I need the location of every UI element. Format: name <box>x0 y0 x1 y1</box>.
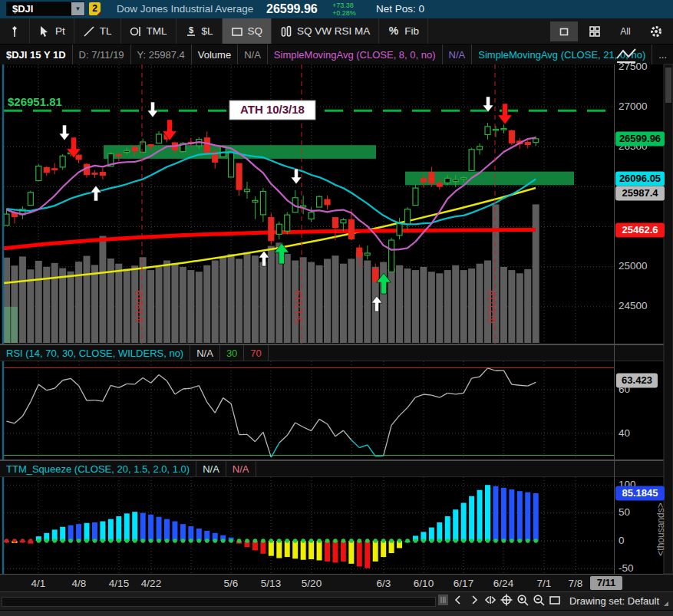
expiration-date-label: 6/21/19 <box>486 290 497 323</box>
candle <box>469 150 474 171</box>
date-tick-label: 5/13 <box>261 578 281 589</box>
price-tick-label: 24500 <box>619 300 648 311</box>
candle <box>36 166 41 181</box>
squeeze-off-dot <box>510 539 514 543</box>
squeeze-off-dot <box>253 539 258 543</box>
squeeze-off-dot <box>101 539 105 543</box>
candle <box>501 128 506 130</box>
squeeze-off-dot <box>84 539 89 543</box>
squeeze-off-dot <box>381 539 386 543</box>
squeeze-off-dot <box>502 539 506 543</box>
candle <box>389 240 394 272</box>
squeeze-off-dot <box>133 539 137 543</box>
squeeze-off-dot <box>533 539 538 543</box>
squeeze-off-dot <box>309 539 314 543</box>
candle <box>204 138 209 153</box>
candle <box>453 180 458 182</box>
candle <box>269 218 274 241</box>
volume-highlight-drawing[interactable] <box>4 307 18 343</box>
squeeze-off-dot <box>165 539 170 543</box>
candle <box>52 169 58 170</box>
squeeze-off-dot <box>149 539 153 543</box>
candle <box>477 147 483 150</box>
down-arrow-drawing[interactable] <box>59 125 70 140</box>
squeeze-off-dot <box>77 539 81 543</box>
candle <box>357 248 362 256</box>
rsi-value-badge-text: 63.423 <box>622 374 652 386</box>
candle <box>92 173 97 175</box>
squeeze-off-dot <box>389 539 394 543</box>
squeeze-off-dot <box>117 539 121 543</box>
candle <box>44 167 49 172</box>
candle <box>308 212 314 219</box>
candle <box>100 173 105 176</box>
squeeze-off-dot <box>317 539 322 543</box>
candle <box>285 215 290 231</box>
candle <box>421 179 426 182</box>
candle <box>236 163 242 189</box>
candle <box>485 127 490 135</box>
candle <box>132 147 137 151</box>
date-tick-label: 6/24 <box>493 578 514 589</box>
candle <box>140 142 146 152</box>
squeeze-off-dot <box>325 539 330 543</box>
candle <box>124 150 130 152</box>
squeeze-off-dot <box>358 539 362 543</box>
squeeze-off-dot <box>124 539 129 543</box>
squeeze-off-dot <box>405 539 410 543</box>
sma21-value-badge-text: 26096.05 <box>619 173 661 184</box>
squeeze-off-dot <box>301 539 305 543</box>
candle <box>445 178 450 183</box>
squeeze-off-dot <box>333 539 338 543</box>
date-tick-label: 4/22 <box>141 578 161 589</box>
price-tick-label: 27000 <box>619 100 648 112</box>
candle <box>148 145 153 147</box>
candle <box>429 173 434 183</box>
chart-plot-area[interactable]: $26951.814/19/195/17/196/21/19ATH 10/3/1… <box>0 0 673 616</box>
ttm-tick-label: 50 <box>619 506 630 518</box>
squeeze-off-dot <box>486 539 490 543</box>
squeeze-off-dot <box>349 539 354 543</box>
vertical-scrollbar[interactable] <box>664 64 673 574</box>
price-tick-label: 25000 <box>619 260 648 272</box>
squeeze-off-dot <box>526 539 530 543</box>
squeeze-off-dot <box>365 539 370 543</box>
last-price-badge-text: 26599.96 <box>619 133 661 144</box>
squeeze-off-dot <box>293 539 298 543</box>
squeeze-off-dot <box>470 539 474 543</box>
date-tick-label: 6/10 <box>414 578 434 589</box>
squeeze-on-dot <box>5 539 9 543</box>
squeeze-off-dot <box>37 539 41 543</box>
candle <box>28 193 33 206</box>
squeeze-on-dot <box>21 539 25 543</box>
date-tick-label: 4/8 <box>72 578 87 589</box>
candle <box>332 218 338 228</box>
ath-price-label: $26951.81 <box>8 95 62 108</box>
squeeze-off-dot <box>261 539 266 543</box>
candle <box>461 178 467 180</box>
date-tick-label: 7/8 <box>569 578 583 589</box>
date-tick-label: 4/1 <box>31 578 46 589</box>
ttm-axis-units-label: <thousands> <box>655 502 666 555</box>
up-arrow-drawing[interactable] <box>91 186 101 201</box>
candle <box>525 143 530 145</box>
candle <box>325 199 330 205</box>
squeeze-off-dot <box>373 539 378 543</box>
squeeze-off-dot <box>221 539 226 543</box>
candle <box>252 200 258 202</box>
date-tick-label: 4/15 <box>109 578 129 589</box>
candle <box>509 130 514 143</box>
candle <box>116 155 121 156</box>
candle <box>373 269 378 282</box>
candle <box>413 188 418 206</box>
candle <box>157 134 162 143</box>
candle <box>229 152 234 177</box>
vertical-scrollbar-thumb[interactable] <box>665 68 671 103</box>
down-arrow-drawing[interactable] <box>498 104 513 124</box>
squeeze-off-dot <box>52 539 57 543</box>
date-tick-label: 6/17 <box>454 578 473 589</box>
candle <box>341 220 346 223</box>
squeeze-off-dot <box>245 539 249 543</box>
ttm-tick-label: 0 <box>619 535 625 546</box>
candle <box>348 219 354 239</box>
